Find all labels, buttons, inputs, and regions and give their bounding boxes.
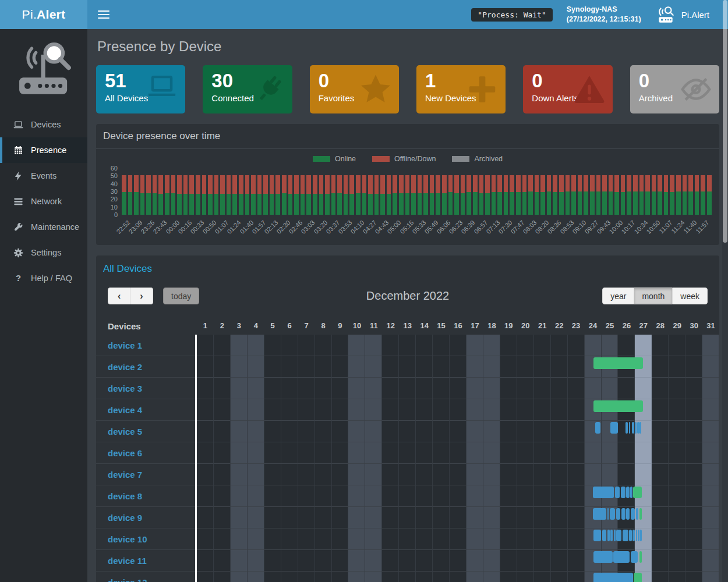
online-segment (275, 194, 280, 215)
x-tick-label: 10:17 (620, 219, 637, 235)
brand-suffix: Alert (37, 8, 65, 22)
x-tick-label: 08:53 (559, 219, 575, 235)
device-link[interactable]: device 11 (108, 556, 147, 566)
day-cell-13 (399, 378, 416, 399)
chart-bar (461, 175, 465, 215)
device-link[interactable]: device 9 (108, 513, 142, 523)
device-row: device 10 (96, 528, 719, 550)
day-cell-10 (348, 335, 365, 356)
day-cell-15 (433, 335, 450, 356)
day-cell-13 (399, 335, 416, 356)
day-cell-31 (702, 464, 719, 485)
sidebar-item-devices[interactable]: Devices (0, 112, 87, 137)
offline-segment (245, 175, 250, 194)
laptop-icon (145, 73, 179, 106)
device-day-area (197, 442, 719, 464)
day-cell-28 (652, 335, 669, 356)
sidebar-item-settings[interactable]: Settings (0, 240, 87, 265)
device-link[interactable]: device 6 (108, 448, 142, 458)
brand-logo[interactable]: Pi.Alert (0, 0, 87, 29)
scrollbar-thumb[interactable] (723, 0, 727, 243)
summary-card-down-alerts[interactable]: 0Down Alerts (523, 65, 612, 113)
online-segment (547, 191, 552, 215)
sidebar-item-help-faq[interactable]: ?Help / FAQ (0, 265, 87, 291)
day-cell-29 (669, 485, 685, 507)
day-header-24: 24 (585, 317, 602, 335)
view-week-button[interactable]: week (672, 288, 708, 304)
day-cell-31 (702, 421, 719, 442)
day-cell-10 (348, 356, 365, 378)
x-tick-label: 02:13 (263, 219, 280, 235)
day-header-14: 14 (416, 317, 433, 335)
offline-segment (189, 175, 194, 194)
view-year-button[interactable]: year (602, 288, 634, 304)
day-cell-9 (332, 572, 349, 582)
day-cell-26 (618, 442, 635, 464)
view-month-button[interactable]: month (634, 288, 672, 304)
day-cell-8 (315, 464, 332, 485)
presence-segment (636, 530, 637, 541)
day-cell-18 (483, 572, 500, 582)
device-link[interactable]: device 5 (108, 427, 142, 436)
day-cell-12 (382, 550, 399, 572)
summary-card-favorites[interactable]: 0Favorites (310, 65, 399, 113)
offline-segment (497, 175, 502, 192)
presence-segment (610, 508, 615, 520)
summary-card-new-devices[interactable]: 1New Devices (416, 65, 506, 113)
sidebar-toggle-icon[interactable] (98, 8, 109, 21)
device-link[interactable]: device 7 (108, 470, 142, 480)
chart-bar (282, 175, 287, 215)
day-cell-9 (332, 421, 349, 442)
day-cell-16 (450, 528, 467, 550)
day-cell-13 (399, 356, 416, 378)
chart-bar (423, 175, 428, 215)
device-link[interactable]: device 8 (108, 491, 142, 501)
device-link[interactable]: device 1 (108, 340, 142, 350)
brand-prefix: Pi. (22, 8, 37, 22)
online-segment (288, 194, 293, 215)
offline-segment (227, 175, 231, 194)
x-tick-label: 04:10 (349, 219, 366, 235)
online-segment (492, 192, 496, 215)
summary-card-connected[interactable]: 30Connected (203, 65, 292, 113)
day-cell-13 (399, 442, 416, 464)
day-cell-21 (534, 528, 551, 550)
day-cell-7 (298, 378, 315, 399)
device-link[interactable]: device 10 (108, 534, 147, 544)
sidebar-item-maintenance[interactable]: Maintenance (0, 214, 87, 240)
online-segment (282, 193, 287, 215)
chart-bar (153, 175, 157, 215)
day-header-25: 25 (602, 317, 619, 335)
day-cell-17 (467, 528, 483, 550)
summary-card-archived[interactable]: 0Archived (630, 65, 719, 113)
offline-segment (479, 175, 484, 193)
chart-bar (405, 175, 410, 215)
day-cell-9 (332, 464, 349, 485)
legend-swatch (452, 156, 469, 162)
day-cell-29 (669, 421, 685, 442)
offline-segment (270, 175, 274, 194)
device-cell: device 11 (96, 550, 195, 572)
day-cell-17 (467, 335, 483, 356)
summary-card-all-devices[interactable]: 51All Devices (96, 65, 185, 113)
device-link[interactable]: device 12 (108, 577, 147, 582)
device-link[interactable]: device 4 (108, 405, 142, 415)
svg-text:?: ? (16, 274, 21, 283)
day-cell-2 (214, 421, 231, 442)
x-tick-label: 11:40 (682, 219, 698, 235)
online-segment (313, 194, 317, 215)
device-link[interactable]: device 2 (108, 362, 142, 372)
day-cell-29 (669, 550, 685, 572)
x-tick-label: 03:37 (325, 219, 341, 235)
device-link[interactable]: device 3 (108, 384, 142, 393)
sidebar-item-events[interactable]: Events (0, 163, 87, 189)
chart-bar (208, 175, 213, 215)
sidebar-item-network[interactable]: Network (0, 189, 87, 214)
day-cell-27 (635, 335, 652, 356)
presence-segment-current (639, 508, 642, 520)
day-cell-12 (382, 507, 399, 528)
day-cell-18 (483, 399, 500, 421)
sidebar-item-presence[interactable]: Presence (0, 137, 87, 163)
presence-segment (593, 487, 614, 498)
offline-segment (275, 175, 280, 194)
